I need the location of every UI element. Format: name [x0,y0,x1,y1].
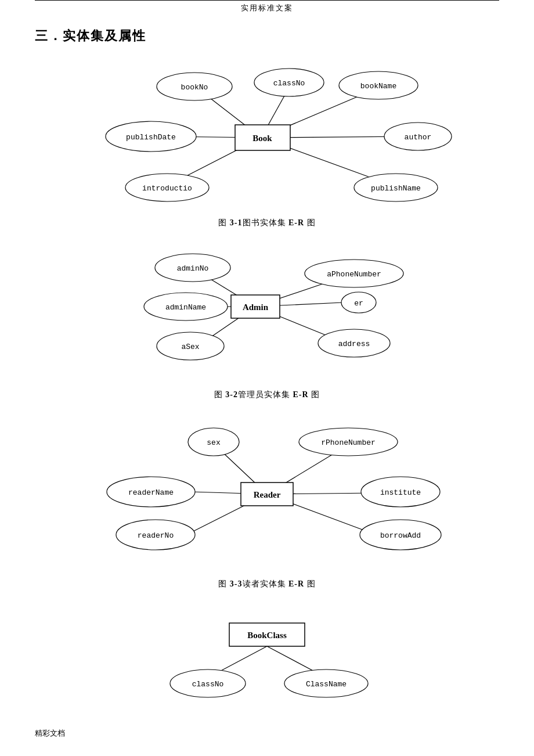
diagram-admin: Admin adminNo adminName aSex aPhoneNumbe… [0,234,534,400]
caption-reader: 图 3-3读者实体集 E-R 图 [218,579,315,589]
caption-admin: 图 3-2管理员实体集 E-R 图 [214,390,320,400]
adminName-label: adminName [165,303,206,312]
publishDate-label: publishDate [126,133,176,142]
diagram-reader: Reader sex rPhoneNumber readerName reade… [0,406,534,589]
diagram-book: Book bookNo classNo bookName author publ… [0,51,534,228]
address-label: address [338,340,370,348]
readerName-label: readerName [128,488,174,497]
er-label: er [354,299,363,308]
section-title: 三．实体集及属性 [35,27,534,45]
book-entity-label: Book [252,134,272,143]
caption-book: 图 3-1图书实体集 E-R 图 [218,218,315,228]
author-label: author [405,133,432,142]
reader-er-svg: Reader sex rPhoneNumber readerName reade… [70,406,464,574]
bookNo-label: bookNo [181,83,208,92]
reader-entity-label: Reader [254,490,281,499]
classNo-label: classNo [273,79,305,88]
bookName-label: bookName [360,82,396,91]
aPhoneNumber-label: aPhoneNumber [327,270,381,279]
ClassName-label: ClassName [306,680,347,689]
diagram-bookclass: BookClass classNo ClassName [0,595,534,705]
footer-text: 精彩文档 [35,728,65,739]
readerNo-label: readerNo [138,531,174,540]
admin-er-svg: Admin adminNo adminName aSex aPhoneNumbe… [87,234,447,385]
book-er-svg: Book bookNo classNo bookName author publ… [64,51,470,213]
aSex-label: aSex [181,343,199,351]
bookclass-entity-label: BookClass [247,631,287,640]
introductio-label: introductio [142,184,192,193]
institute-label: institute [380,488,421,497]
borrowAdd-label: borrowAdd [380,531,421,540]
classNo2-label: classNo [192,680,224,689]
rPhoneNumber-label: rPhoneNumber [321,438,376,447]
publishName-label: publishName [371,184,421,193]
sex-label: sex [207,438,221,447]
bookclass-er-svg: BookClass classNo ClassName [122,595,412,705]
admin-entity-label: Admin [243,303,269,312]
header-title: 实用标准文案 [35,0,499,13]
adminNo-label: adminNo [177,264,209,273]
